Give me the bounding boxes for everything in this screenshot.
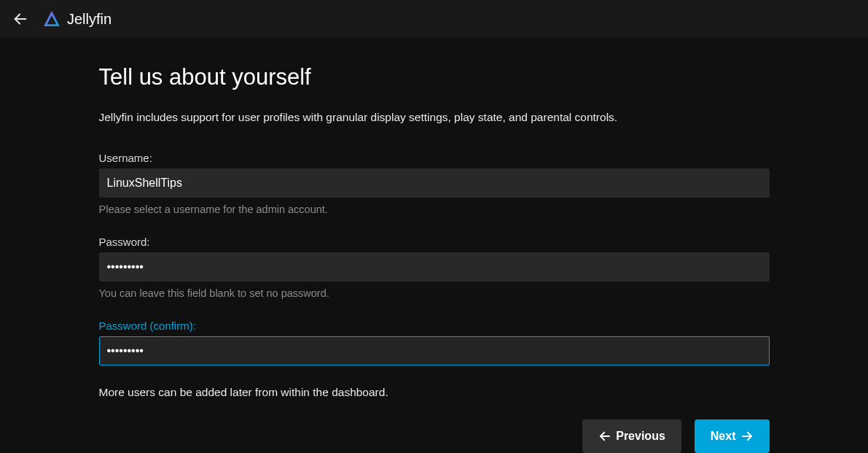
app-header: Jellyfin	[0, 0, 868, 38]
username-input[interactable]	[99, 169, 770, 198]
jellyfin-logo-icon	[42, 9, 61, 28]
password-confirm-label: Password (confirm):	[99, 320, 770, 332]
username-label: Username:	[99, 152, 770, 164]
back-button[interactable]	[9, 7, 32, 31]
password-label: Password:	[99, 236, 770, 248]
app-name: Jellyfin	[67, 11, 112, 28]
previous-button-label: Previous	[616, 430, 665, 443]
page-footnote: More users can be added later from withi…	[99, 386, 770, 399]
page-intro: Jellyfin includes support for user profi…	[99, 111, 770, 124]
arrow-left-icon	[598, 430, 611, 443]
page-title: Tell us about yourself	[99, 64, 770, 90]
previous-button[interactable]: Previous	[582, 419, 681, 453]
arrow-left-icon	[12, 11, 28, 27]
password-confirm-field-group: Password (confirm):	[99, 320, 770, 365]
arrow-right-icon	[740, 430, 754, 443]
password-help: You can leave this field blank to set no…	[99, 287, 770, 299]
password-input[interactable]	[99, 252, 770, 282]
wizard-content: Tell us about yourself Jellyfin includes…	[99, 38, 770, 453]
username-field-group: Username: Please select a username for t…	[99, 152, 770, 215]
password-confirm-input[interactable]	[99, 336, 770, 365]
app-logo: Jellyfin	[42, 9, 112, 28]
username-help: Please select a username for the admin a…	[99, 204, 770, 215]
next-button-label: Next	[711, 430, 736, 443]
wizard-button-row: Previous Next	[99, 419, 770, 453]
password-field-group: Password: You can leave this field blank…	[99, 236, 770, 299]
next-button[interactable]: Next	[695, 419, 770, 453]
